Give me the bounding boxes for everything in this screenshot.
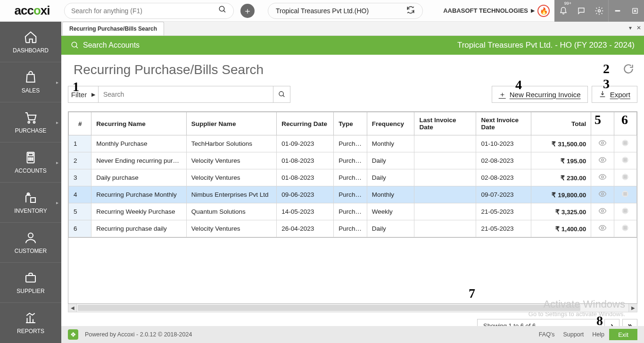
export-icon bbox=[599, 90, 606, 99]
view-icon[interactable] bbox=[591, 203, 614, 220]
nav-customer[interactable]: CUSTOMER bbox=[0, 222, 61, 262]
nav-sales[interactable]: SALES ▸ bbox=[0, 62, 61, 102]
view-icon[interactable] bbox=[591, 135, 614, 152]
horizontal-scrollbar[interactable]: ◀ ▶ bbox=[68, 304, 637, 312]
tab-recurring-search[interactable]: Recurring Purchase/Bills Search bbox=[62, 22, 164, 35]
nav-supplier[interactable]: SUPPLIER bbox=[0, 262, 61, 302]
top-icon-group: 99+ bbox=[554, 0, 644, 22]
col-freq[interactable]: Frequency bbox=[367, 112, 414, 135]
minimize-icon[interactable] bbox=[608, 0, 626, 22]
cart-icon bbox=[24, 110, 38, 125]
export-button[interactable]: Export bbox=[592, 86, 637, 103]
nav-accounts[interactable]: ACCOUNTS ▸ bbox=[0, 142, 61, 182]
filter-button[interactable]: Filter ▶ bbox=[68, 86, 99, 102]
nav-label: DASHBOARD bbox=[13, 47, 49, 54]
play-icon: ▶ bbox=[91, 92, 95, 98]
nav-inventory[interactable]: INVENTORY ▸ bbox=[0, 182, 61, 222]
top-bar: accoxi ＋ Tropical Treasures Pvt Ltd.(HO)… bbox=[0, 0, 644, 22]
scroll-left-icon[interactable]: ◀ bbox=[68, 304, 77, 312]
chat-icon[interactable] bbox=[572, 0, 590, 22]
notifications-icon[interactable]: 99+ bbox=[554, 0, 572, 22]
svg-point-30 bbox=[602, 159, 604, 161]
footer-support[interactable]: Support bbox=[563, 331, 584, 338]
cell-freq: Daily bbox=[367, 152, 414, 169]
filter-search-input[interactable] bbox=[99, 86, 273, 102]
row-menu-icon[interactable] bbox=[614, 135, 636, 152]
search-icon[interactable] bbox=[218, 5, 227, 16]
table-row[interactable]: 6Recurring purchase dailyVelocity Ventur… bbox=[69, 220, 637, 237]
row-menu-icon[interactable] bbox=[614, 186, 636, 203]
table-row[interactable]: 5Recurring Weekly PurchaseQuantum Soluti… bbox=[69, 203, 637, 220]
svg-rect-39 bbox=[624, 178, 627, 178]
data-table: # Recurring Name Supplier Name Recurring… bbox=[68, 111, 637, 238]
col-total[interactable]: Total bbox=[531, 112, 591, 135]
tab-menu-icon[interactable]: ▾ bbox=[629, 25, 632, 31]
exit-button[interactable]: Exit bbox=[609, 329, 637, 340]
view-icon[interactable] bbox=[591, 152, 614, 169]
cell-next: 21-05-2023 bbox=[476, 220, 531, 237]
cell-total: ₹ 3,325.00 bbox=[531, 203, 591, 220]
col-name[interactable]: Recurring Name bbox=[91, 112, 187, 135]
row-menu-icon[interactable] bbox=[614, 169, 636, 186]
scroll-thumb[interactable] bbox=[78, 305, 580, 311]
close-window-icon[interactable] bbox=[626, 0, 644, 22]
cell-idx: 3 bbox=[69, 169, 91, 186]
col-next[interactable]: Next Invoice Date bbox=[476, 112, 531, 135]
nav-purchase[interactable]: PURCHASE ▸ bbox=[0, 102, 61, 142]
page-title-row: Recurring Purchase/Bills Search bbox=[61, 55, 644, 85]
col-supplier[interactable]: Supplier Name bbox=[186, 112, 276, 135]
table-row[interactable]: 1Monthly PurchaseTechHarbor Solutions01-… bbox=[69, 135, 637, 152]
svg-rect-54 bbox=[624, 229, 627, 229]
filter-search-button[interactable] bbox=[273, 86, 290, 103]
col-last[interactable]: Last Invoice Date bbox=[414, 112, 476, 135]
global-search[interactable] bbox=[64, 3, 234, 19]
svg-point-2 bbox=[598, 9, 601, 12]
tab-close-icon[interactable]: ✕ bbox=[636, 25, 641, 31]
gear-icon[interactable] bbox=[590, 0, 608, 22]
cell-total: ₹ 1,400.00 bbox=[531, 220, 591, 237]
view-icon[interactable] bbox=[591, 186, 614, 203]
view-icon[interactable] bbox=[591, 169, 614, 186]
svg-rect-53 bbox=[624, 227, 627, 228]
module-header: Search Accounts Tropical Treasures Pvt L… bbox=[61, 36, 644, 55]
org-name[interactable]: AABASOFT TECHNOLOGIES bbox=[443, 7, 528, 14]
row-menu-icon[interactable] bbox=[614, 220, 636, 237]
svg-rect-17 bbox=[31, 198, 35, 202]
cell-name: Recurring Purchase Monthly bbox=[91, 186, 187, 203]
sync-icon[interactable] bbox=[406, 6, 415, 16]
tab-strip: Recurring Purchase/Bills Search ▾ ✕ bbox=[61, 22, 644, 36]
col-idx[interactable]: # bbox=[69, 112, 91, 135]
col-type[interactable]: Type bbox=[334, 112, 367, 135]
row-menu-icon[interactable] bbox=[614, 203, 636, 220]
company-selector[interactable]: Tropical Treasures Pvt Ltd.(HO) bbox=[268, 3, 423, 19]
new-recurring-invoice-button[interactable]: ＋ New Recurring Invoice bbox=[492, 86, 588, 103]
col-rdate[interactable]: Recurring Date bbox=[277, 112, 334, 135]
footer-faqs[interactable]: FAQ's bbox=[539, 331, 555, 338]
table-row[interactable]: 3Daily purchaseVelocity Ventures01-08-20… bbox=[69, 169, 637, 186]
cell-freq: Weekly bbox=[367, 203, 414, 220]
nav-label: INVENTORY bbox=[14, 208, 47, 214]
svg-rect-44 bbox=[624, 195, 627, 195]
filter-label-text: Filter bbox=[71, 91, 87, 99]
row-menu-icon[interactable] bbox=[614, 152, 636, 169]
scroll-right-icon[interactable]: ▶ bbox=[628, 304, 637, 312]
cell-supplier: Nimbus Enterprises Pvt Ltd bbox=[186, 186, 276, 203]
global-search-input[interactable] bbox=[71, 7, 218, 15]
fire-icon[interactable]: 🔥 bbox=[537, 5, 550, 17]
nav-label: SALES bbox=[22, 87, 40, 94]
footer-help[interactable]: Help bbox=[592, 331, 604, 338]
view-icon[interactable] bbox=[591, 220, 614, 237]
cell-last bbox=[414, 186, 476, 203]
cell-name: Daily purchase bbox=[91, 169, 187, 186]
nav-dashboard[interactable]: DASHBOARD bbox=[0, 22, 61, 62]
svg-point-8 bbox=[33, 121, 35, 123]
table-row[interactable]: 4Recurring Purchase MonthlyNimbus Enterp… bbox=[69, 186, 637, 203]
nav-label: ACCOUNTS bbox=[15, 167, 46, 174]
add-button[interactable]: ＋ bbox=[240, 4, 255, 18]
table-row[interactable]: 2Never Ending recurring purchaseVelocity… bbox=[69, 152, 637, 169]
col-menu bbox=[614, 112, 636, 135]
refresh-icon[interactable] bbox=[622, 63, 635, 77]
chevron-right-icon[interactable]: ▶ bbox=[531, 8, 535, 14]
nav-reports[interactable]: REPORTS bbox=[0, 302, 61, 343]
svg-rect-37 bbox=[624, 176, 627, 176]
